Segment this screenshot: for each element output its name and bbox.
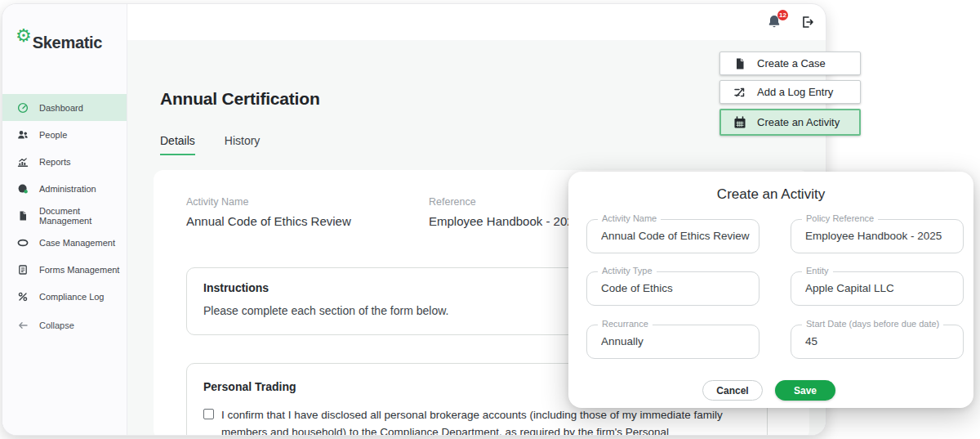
modal-recurrance-value: Annually [601,335,752,347]
add-log-entry-label: Add a Log Entry [757,86,833,98]
create-case-label: Create a Case [757,57,826,69]
sidebar-item-label: Case Management [39,238,115,248]
page-title: Annual Certification [160,89,320,109]
modal-activity-name-value: Annual Code of Ethics Review [601,230,752,242]
sidebar-item-case-management[interactable]: Case Management [2,229,127,256]
sidebar-item-reports[interactable]: Reports [2,148,127,175]
screenshot-stage: ⚙ Skematic Dashboard People [0,0,980,439]
sidebar-item-label: Forms Management [39,265,119,275]
forms-icon [17,264,29,275]
modal-activity-name-field[interactable]: Activity Name Annual Code of Ethics Revi… [586,219,760,253]
modal-start-date-value: 45 [805,335,956,347]
modal-activity-type-field[interactable]: Activity Type Code of Ethics [586,271,760,306]
reference-field: Reference Employee Handbook - 2025 [429,196,581,228]
modal-activity-name-label: Activity Name [598,213,661,223]
logout-button[interactable] [800,15,814,29]
sidebar-item-label: Collapse [39,320,74,330]
people-icon [17,129,29,141]
sidebar-item-administration[interactable]: Administration [2,175,127,202]
disclosure-checkbox[interactable] [203,409,214,419]
tab-bar: Details History [160,134,260,155]
sidebar-item-label: Administration [39,184,96,194]
sidebar-item-dashboard[interactable]: Dashboard [2,94,127,121]
add-log-entry-button[interactable]: Add a Log Entry [719,80,861,104]
sidebar-item-people[interactable]: People [2,121,127,148]
sidebar-item-label: Reports [39,157,71,167]
notifications-button[interactable]: 12 [767,14,783,30]
detail-fields: Activity Name Annual Code of Ethics Revi… [186,196,581,228]
modal-policy-reference-field[interactable]: Policy Reference Employee Handbook - 202… [791,219,964,253]
document-icon [17,210,29,222]
tab-details[interactable]: Details [160,134,195,155]
brand-name: Skematic [33,34,102,52]
modal-title: Create an Activity [568,186,973,203]
modal-policy-reference-value: Employee Handbook - 2025 [805,230,956,242]
modal-policy-reference-label: Policy Reference [802,213,878,223]
save-button[interactable]: Save [775,380,835,401]
shuffle-icon [733,86,746,99]
modal-start-date-field[interactable]: Start Date (days before due date) 45 [791,325,964,359]
create-activity-button[interactable]: Create an Activity [719,109,861,136]
modal-entity-field[interactable]: Entity Apple Capital LLC [791,271,964,306]
file-icon [733,57,746,70]
percent-icon [17,291,29,302]
modal-recurrance-field[interactable]: Recurrance Annually [586,325,760,359]
sidebar-item-compliance-log[interactable]: Compliance Log [2,283,127,310]
reference-label: Reference [429,196,581,208]
sidebar-item-label: Dashboard [39,103,83,113]
action-button-stack: Create a Case Add a Log Entry Create an … [719,52,861,141]
disclosure-checkbox-label: I confirm that I have disclosed all pers… [221,406,751,436]
activity-name-field: Activity Name Annual Code of Ethics Revi… [186,196,429,228]
notification-badge: 12 [777,10,788,20]
modal-activity-type-label: Activity Type [598,266,657,275]
sidebar-item-label: People [39,130,67,140]
brand-logo: ⚙ Skematic [16,27,102,52]
sidebar-item-forms-management[interactable]: Forms Management [2,256,127,283]
sidebar-menu: Dashboard People Reports [2,94,127,338]
dashboard-gauge-icon [17,102,29,114]
modal-activity-type-value: Code of Ethics [601,282,752,294]
calendar-icon [733,116,746,129]
case-oval-icon [17,237,29,249]
collapse-arrow-icon [17,320,29,331]
sidebar-collapse-button[interactable]: Collapse [2,311,127,338]
cancel-button[interactable]: Cancel [702,380,763,401]
activity-name-value: Annual Code of Ethics Review [186,214,429,228]
sidebar-item-label: Compliance Log [39,292,105,302]
modal-start-date-label: Start Date (days before due date) [802,319,943,329]
topbar-icons: 12 [767,14,814,30]
gear-logo-icon: ⚙ [16,27,32,45]
sidebar: ⚙ Skematic Dashboard People [2,4,127,435]
modal-actions: Cancel Save [568,380,973,401]
disclosure-checkbox-row: I confirm that I have disclosed all pers… [203,406,751,436]
tab-history[interactable]: History [225,134,261,155]
sidebar-item-document-management[interactable]: Document Management [2,202,127,229]
logout-icon [800,15,814,29]
administration-icon [17,183,29,195]
create-activity-modal: Create an Activity Activity Name Annual … [568,172,973,408]
create-case-button[interactable]: Create a Case [719,52,861,75]
activity-name-label: Activity Name [186,196,429,208]
create-activity-label: Create an Activity [757,116,840,128]
modal-entity-value: Apple Capital LLC [805,282,956,294]
modal-entity-label: Entity [802,266,833,275]
sidebar-item-label: Document Management [39,206,127,226]
reference-value: Employee Handbook - 2025 [429,214,581,228]
modal-recurrance-label: Recurrance [598,319,653,329]
reports-chart-icon [17,156,29,168]
